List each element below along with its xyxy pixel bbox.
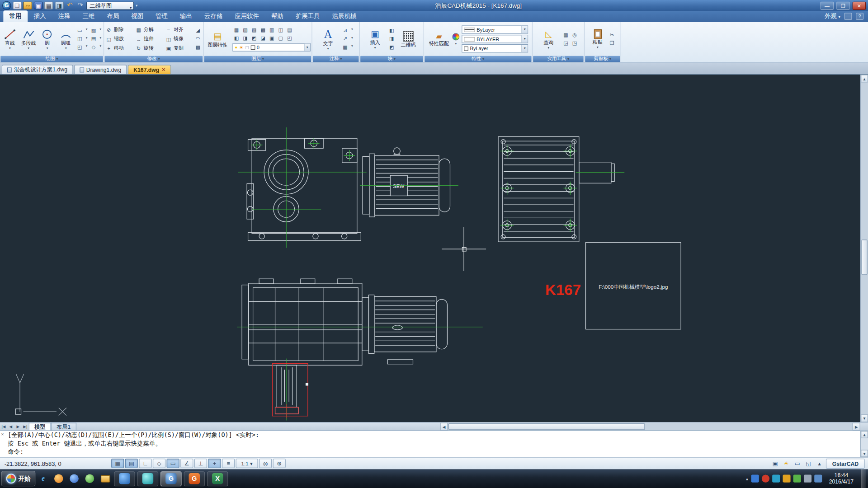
- first-layout-icon[interactable]: |◀: [0, 424, 7, 429]
- array-icon[interactable]: ▩: [194, 44, 202, 51]
- new-file-icon[interactable]: ❏: [13, 2, 22, 9]
- ribbon-tab-layout[interactable]: 布局: [101, 10, 125, 22]
- hatch-arrow-icon[interactable]: ▾: [99, 27, 103, 34]
- region-arrow-icon[interactable]: ▾: [99, 44, 103, 51]
- color-picker-icon[interactable]: [452, 33, 459, 40]
- grid-button[interactable]: ▤: [125, 459, 138, 468]
- layer-color-swatch[interactable]: [250, 45, 255, 50]
- color-select-arrow-icon[interactable]: ▾: [521, 45, 527, 52]
- ribbon-tab-view[interactable]: 视图: [125, 10, 150, 22]
- doc-tab-k167[interactable]: K167.dwg ✕: [128, 65, 171, 74]
- undo-icon[interactable]: ↶: [65, 2, 74, 9]
- horizontal-scrollbar-track[interactable]: [448, 423, 853, 431]
- doc-tab-mixer[interactable]: 混合机设计方案1.dwg: [2, 65, 73, 74]
- move-button[interactable]: +移动: [105, 44, 131, 52]
- print-icon[interactable]: ▤: [44, 2, 53, 9]
- layer-tool-icon-12[interactable]: ▣: [268, 35, 276, 42]
- otrack-button[interactable]: ∠: [180, 459, 193, 468]
- media-player-icon[interactable]: [52, 472, 65, 485]
- video-player-icon[interactable]: [67, 472, 80, 485]
- color-select[interactable]: ByLayer ▾: [462, 44, 528, 52]
- layer-tool-icon-10[interactable]: ◩: [250, 35, 258, 42]
- layer-tool-icon-9[interactable]: ◨: [241, 35, 249, 42]
- edit-block-icon[interactable]: ◨: [388, 35, 396, 42]
- ribbon-tab-apps[interactable]: 应用软件: [229, 10, 265, 22]
- next-layout-icon[interactable]: ▶: [14, 424, 22, 429]
- show-desktop-button[interactable]: [861, 469, 866, 488]
- taskbar-app-pdf[interactable]: G: [184, 471, 205, 486]
- arc-button[interactable]: 圆弧 ▾: [57, 23, 75, 55]
- lineweight-button[interactable]: ≡: [222, 459, 235, 468]
- layer-lock-icon[interactable]: ◻: [245, 45, 249, 50]
- calculator-icon[interactable]: ▦: [562, 31, 570, 38]
- save-icon[interactable]: ▣: [34, 2, 43, 9]
- vertical-scrollbar[interactable]: ▲ ▼: [860, 75, 868, 422]
- autoscale-button[interactable]: ⊕: [273, 459, 286, 468]
- horizontal-scrollbar-thumb[interactable]: [448, 423, 645, 430]
- lineweight-arrow-icon[interactable]: ▾: [521, 35, 527, 42]
- taskbar-app-gstarcad[interactable]: G: [160, 471, 182, 486]
- layer-tool-icon-6[interactable]: ◫: [277, 27, 284, 34]
- close-doc-tab-icon[interactable]: ✕: [161, 67, 165, 72]
- command-scroll-down-icon[interactable]: ▼: [861, 450, 868, 457]
- status-menu-arrow-icon[interactable]: ▴: [815, 459, 824, 467]
- rotate-button[interactable]: ↻旋转: [135, 44, 160, 52]
- purge-icon[interactable]: ◳: [571, 40, 578, 47]
- toolbar-lock-icon[interactable]: ▣: [771, 459, 780, 467]
- point-icon[interactable]: ◰: [76, 44, 84, 51]
- tray-expand-icon[interactable]: ▴: [746, 476, 748, 481]
- scroll-down-icon[interactable]: ▼: [861, 414, 868, 422]
- command-scrollbar[interactable]: ▲ ▼: [860, 431, 868, 457]
- ellipse-arrow-icon[interactable]: ▾: [85, 35, 89, 42]
- copy-button[interactable]: ▣复制: [165, 44, 191, 52]
- linetype-select[interactable]: ByLayer ▾: [462, 25, 528, 33]
- dimension-arrow-icon[interactable]: ▾: [350, 27, 354, 34]
- last-layout-icon[interactable]: ▶|: [22, 424, 29, 429]
- match-properties-button[interactable]: ▰ 特性匹配: [428, 23, 450, 55]
- polyline-button[interactable]: 多段线 ▾: [20, 23, 38, 55]
- taskbar-app-tool[interactable]: [137, 471, 159, 486]
- command-close-icon[interactable]: ✕: [1, 432, 4, 436]
- point-arrow-icon[interactable]: ▾: [85, 44, 89, 51]
- doc-tab-drawing1[interactable]: Drawing1.dwg: [74, 65, 127, 74]
- erase-button[interactable]: ⊘删除: [105, 25, 131, 33]
- scroll-right-icon[interactable]: ▶: [853, 423, 860, 431]
- tray-icon-4[interactable]: [783, 475, 790, 483]
- command-scroll-up-icon[interactable]: ▲: [861, 431, 868, 438]
- layer-tool-icon-2[interactable]: ▧: [241, 27, 249, 34]
- create-block-icon[interactable]: ◧: [388, 27, 396, 34]
- ribbon-tab-3d[interactable]: 三维: [76, 10, 101, 22]
- leader-icon[interactable]: ↗: [341, 35, 349, 42]
- ribbon-tab-insert[interactable]: 插入: [28, 10, 52, 22]
- dimension-icon[interactable]: ⊿: [341, 27, 349, 34]
- rectangle-icon[interactable]: ▭: [76, 27, 84, 34]
- isolate-objects-icon[interactable]: ☀: [782, 459, 791, 467]
- id-point-icon[interactable]: ◎: [571, 31, 578, 38]
- clean-screen-icon[interactable]: ◱: [804, 459, 813, 467]
- layer-tool-icon-4[interactable]: ▩: [259, 27, 267, 34]
- align-button[interactable]: ≡对齐: [165, 25, 191, 33]
- panel-layer-label[interactable]: 图层 ▾: [204, 56, 311, 62]
- explode-button[interactable]: ▦分解: [135, 25, 160, 33]
- open-file-icon[interactable]: ▱: [23, 2, 32, 9]
- safety-tool-icon[interactable]: [83, 472, 96, 485]
- dyn-button[interactable]: +: [208, 459, 221, 468]
- table-annotate-icon[interactable]: ▦: [341, 44, 349, 51]
- redo-icon[interactable]: ↷: [76, 2, 85, 9]
- hatch-icon[interactable]: ▨: [90, 27, 97, 34]
- plot-preview-icon[interactable]: ◨: [55, 2, 64, 9]
- network-icon[interactable]: [814, 475, 822, 483]
- scroll-up-icon[interactable]: ▲: [861, 75, 868, 82]
- panel-draw-label[interactable]: 绘图 ▾: [0, 56, 103, 62]
- appearance-dropdown[interactable]: 外观 ▾: [825, 12, 840, 20]
- annotation-scale-button[interactable]: 1:1 ▾: [236, 459, 258, 468]
- scroll-left-icon[interactable]: ◀: [440, 423, 448, 431]
- layer-tool-icon-11[interactable]: ◪: [259, 35, 267, 42]
- measure-button[interactable]: ◺ 查询 ▾: [538, 23, 559, 55]
- text-button[interactable]: A 文字 ▾: [317, 23, 339, 55]
- layer-select-arrow-icon[interactable]: ▾: [304, 44, 310, 51]
- ellipse-icon[interactable]: ◫: [76, 35, 84, 42]
- paste-button[interactable]: 粘贴 ▾: [589, 23, 606, 55]
- lineweight-select[interactable]: BYLAYER ▾: [462, 35, 528, 43]
- layer-properties-button[interactable]: ▤ 图层特性: [205, 23, 230, 55]
